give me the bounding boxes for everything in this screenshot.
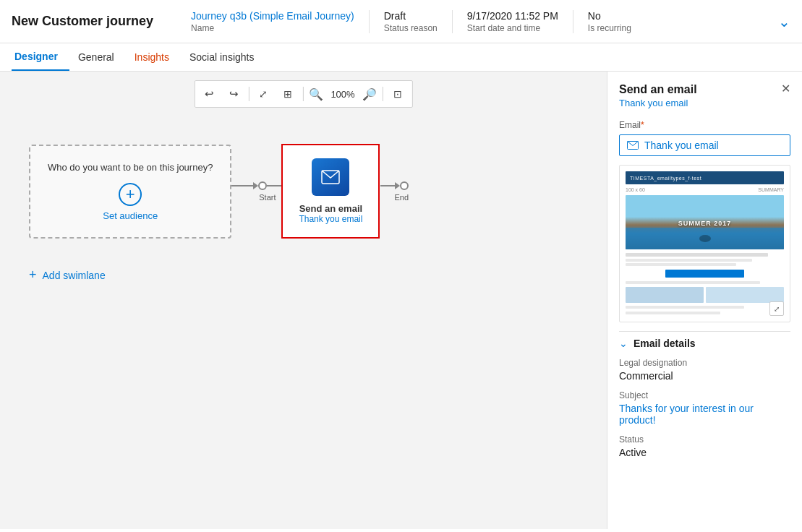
toolbar-divider-1 (248, 87, 249, 101)
end-label: End (394, 193, 409, 202)
section-header: ⌄ Email details (619, 331, 790, 349)
page-title: New Customer journey (12, 14, 153, 29)
email-field-label: Email* (619, 120, 790, 130)
tab-designer[interactable]: Designer (12, 43, 69, 71)
connector-to-end: End (380, 181, 409, 202)
email-node-container[interactable]: Send an email Thank you email (281, 144, 380, 239)
panel-subtitle: Thank you email (619, 98, 790, 108)
tab-insights[interactable]: Insights (132, 44, 181, 70)
zoom-in-button[interactable]: 🔎 (359, 84, 380, 104)
zoom-level: 100% (328, 89, 357, 100)
canvas-area: ↩ ↪ ⤢ ⊞ 🔍 100% 🔎 ⊡ Who do you want to be… (0, 72, 607, 529)
nav-tabs: Designer General Insights Social insight… (0, 43, 802, 72)
legal-designation-field: Legal designation Commercial (619, 358, 790, 382)
header-expand-btn[interactable]: ⌄ (778, 13, 790, 30)
swimlane: Who do you want to be on this journey? +… (29, 144, 578, 239)
meta-status: Draft Status reason (369, 10, 452, 33)
meta-date: 9/17/2020 11:52 PM Start date and time (452, 10, 573, 33)
subject-field: Subject Thanks for your interest in our … (619, 390, 790, 426)
email-details-section: ⌄ Email details Legal designation Commer… (619, 331, 790, 458)
fit-button[interactable]: ⊡ (386, 84, 409, 104)
journey-canvas: Who do you want to be on this journey? +… (0, 122, 607, 529)
meta-recurring: No Is recurring (573, 10, 646, 33)
add-swimlane-label: Add swimlane (43, 270, 106, 281)
email-icon-box (312, 158, 349, 196)
meta-recurring-label: Is recurring (588, 23, 631, 33)
meta-name-label: Name (191, 23, 354, 33)
section-title: Email details (634, 338, 696, 349)
legal-designation-label: Legal designation (619, 358, 790, 368)
meta-status-label: Status reason (384, 23, 438, 33)
email-field-value: Thank you email (644, 140, 719, 151)
tab-general[interactable]: General (75, 44, 126, 70)
meta-name-value: Journey q3b (Simple Email Journey) (191, 10, 354, 22)
toolbar-divider-2 (302, 87, 303, 101)
panel-title: Send an email (619, 83, 697, 96)
subject-label: Subject (619, 390, 790, 400)
connector-to-start: Start (231, 181, 281, 202)
email-field-icon (627, 141, 639, 150)
add-swimlane-icon: + (29, 267, 37, 283)
toolbar-divider-3 (383, 87, 383, 101)
undo-button[interactable]: ↩ (197, 84, 221, 104)
preview-image: SUMMER 2017 (626, 195, 784, 249)
preview-expand-button[interactable]: ⤢ (769, 301, 784, 316)
section-chevron-icon[interactable]: ⌄ (619, 338, 628, 349)
grid-button[interactable]: ⊞ (276, 84, 299, 104)
email-field-box[interactable]: Thank you email (619, 134, 790, 156)
subject-value: Thanks for your interest in our product! (619, 403, 790, 426)
email-envelope-icon (321, 170, 340, 184)
zoom-out-button[interactable]: 🔍 (306, 84, 326, 104)
panel-header: Send an email ✕ (619, 83, 790, 96)
right-panel: Send an email ✕ Thank you email Email* T… (607, 72, 802, 529)
node-sublabel: Thank you email (299, 214, 362, 224)
canvas-toolbar: ↩ ↪ ⤢ ⊞ 🔍 100% 🔎 ⊡ (194, 80, 412, 108)
start-label: Start (259, 193, 276, 202)
redo-button[interactable]: ↪ (222, 84, 245, 104)
set-audience-link[interactable]: Set audience (103, 210, 158, 221)
status-value: Active (619, 447, 790, 458)
set-audience-plus[interactable]: + (119, 183, 142, 206)
tab-social-insights[interactable]: Social insights (187, 44, 266, 70)
node-label: Send an email (299, 203, 362, 214)
audience-box: Who do you want to be on this journey? +… (29, 145, 231, 239)
required-star: * (641, 120, 644, 130)
status-label: Status (619, 434, 790, 445)
audience-question: Who do you want to be on this journey? (48, 161, 213, 174)
main-content: ↩ ↪ ⤢ ⊞ 🔍 100% 🔎 ⊡ Who do you want to be… (0, 72, 802, 529)
add-swimlane-btn[interactable]: + Add swimlane (29, 267, 578, 283)
legal-designation-value: Commercial (619, 370, 790, 382)
email-preview: TIMESTA_emailtypes_f-test 100 x 60 SUMMA… (619, 165, 790, 322)
status-field: Status Active (619, 434, 790, 458)
expand-button[interactable]: ⤢ (252, 84, 275, 104)
meta-recurring-value: No (588, 10, 631, 22)
panel-close-button[interactable]: ✕ (781, 83, 790, 95)
meta-date-value: 9/17/2020 11:52 PM (467, 10, 558, 22)
email-field-section: Email* Thank you email (619, 120, 790, 156)
header: New Customer journey Journey q3b (Simple… (0, 0, 802, 43)
meta-status-value: Draft (384, 10, 438, 22)
meta-name: Journey q3b (Simple Email Journey) Name (176, 10, 369, 33)
meta-date-label: Start date and time (467, 23, 558, 33)
header-meta: Journey q3b (Simple Email Journey) Name … (176, 10, 646, 33)
